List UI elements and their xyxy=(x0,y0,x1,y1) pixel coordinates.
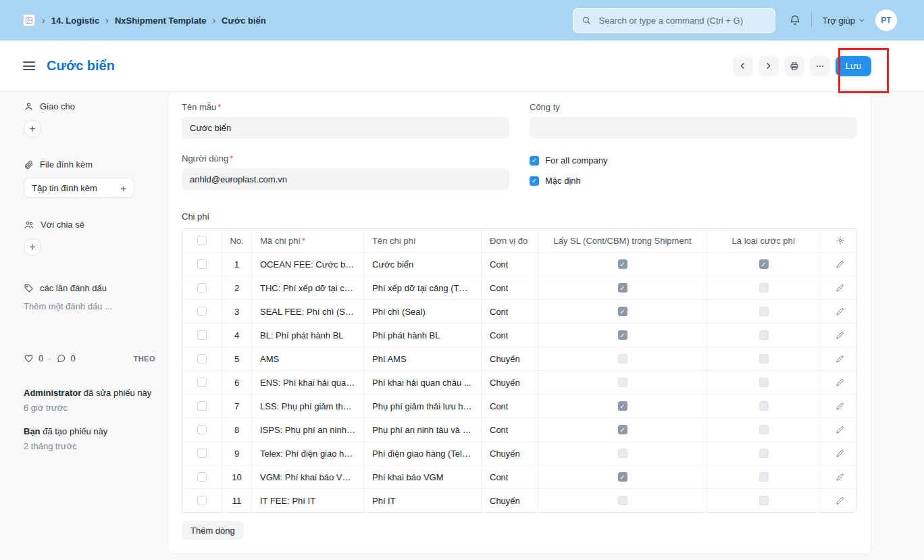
row-qty-shipment-checkbox[interactable] xyxy=(538,324,707,347)
for-all-company-checkbox[interactable]: For all company xyxy=(530,155,857,166)
row-select-checkbox[interactable] xyxy=(182,276,222,299)
row-cost-code[interactable]: THC: Phí xếp dỡ tại cản... xyxy=(251,276,363,299)
row-cost-name[interactable]: Phụ phí an ninh tàu và c... xyxy=(363,418,481,441)
row-cost-name[interactable]: Phí chì (Seal) xyxy=(363,300,481,323)
table-row[interactable]: 8ISPS: Phụ phí an ninh tà...Phụ phí an n… xyxy=(182,417,856,441)
print-button[interactable] xyxy=(784,56,804,76)
follow-toggle[interactable]: THEO xyxy=(133,355,155,363)
table-row[interactable]: 3SEAL FEE: Phí chì (Seal)Phí chì (Seal)C… xyxy=(182,299,856,323)
row-qty-shipment-checkbox[interactable] xyxy=(538,371,707,394)
row-select-checkbox[interactable] xyxy=(182,253,222,276)
row-edit-button[interactable] xyxy=(820,347,857,370)
row-select-checkbox[interactable] xyxy=(182,371,222,394)
template-name-input[interactable] xyxy=(182,117,509,138)
row-select-checkbox[interactable] xyxy=(182,465,222,488)
search-input[interactable] xyxy=(597,15,767,26)
row-cost-code[interactable]: Telex: Phí điện giao hàn... xyxy=(251,442,363,465)
breadcrumb-item-doctype[interactable]: NxShipment Template xyxy=(115,16,207,26)
row-is-freight-checkbox[interactable] xyxy=(707,465,820,488)
row-edit-button[interactable] xyxy=(820,394,857,417)
row-cost-code[interactable]: IT FEE: Phí IT xyxy=(251,489,363,512)
table-row[interactable]: 5AMSPhí AMSChuyến xyxy=(182,347,856,370)
sidebar-toggle-menu-icon[interactable] xyxy=(23,61,35,70)
row-cost-name[interactable]: Phí AMS xyxy=(363,347,481,370)
global-search[interactable] xyxy=(573,8,775,33)
row-cost-name[interactable]: Phí xếp dỡ tại cảng (THC) xyxy=(363,276,481,299)
row-select-checkbox[interactable] xyxy=(182,489,222,512)
row-select-checkbox[interactable] xyxy=(182,347,222,370)
table-row[interactable]: 2THC: Phí xếp dỡ tại cản...Phí xếp dỡ tạ… xyxy=(182,276,856,299)
row-uom[interactable]: Cont xyxy=(481,465,538,488)
row-select-checkbox[interactable] xyxy=(182,394,222,417)
row-is-freight-checkbox[interactable] xyxy=(707,300,820,323)
breadcrumb-item-workspace[interactable]: 14. Logistic xyxy=(51,16,100,26)
row-qty-shipment-checkbox[interactable] xyxy=(538,489,707,512)
row-cost-code[interactable]: LSS: Phụ phí giảm thải l... xyxy=(251,394,363,417)
grid-settings-button[interactable] xyxy=(820,229,857,252)
row-is-freight-checkbox[interactable] xyxy=(707,489,820,512)
table-row[interactable]: 11IT FEE: Phí ITPhí ITChuyến xyxy=(182,488,856,512)
row-edit-button[interactable] xyxy=(820,300,857,323)
default-checkbox[interactable]: Mặc định xyxy=(530,176,857,186)
row-uom[interactable]: Cont xyxy=(481,394,538,417)
row-cost-code[interactable]: SEAL FEE: Phí chì (Seal) xyxy=(251,300,363,323)
row-cost-name[interactable]: Cước biển xyxy=(363,253,481,276)
row-is-freight-checkbox[interactable] xyxy=(707,347,820,370)
row-edit-button[interactable] xyxy=(820,465,857,488)
row-uom[interactable]: Chuyến xyxy=(481,347,538,370)
row-qty-shipment-checkbox[interactable] xyxy=(538,253,707,276)
save-button[interactable]: Lưu xyxy=(836,56,871,76)
row-uom[interactable]: Cont xyxy=(481,418,538,441)
row-select-checkbox[interactable] xyxy=(182,418,222,441)
table-row[interactable]: 6ENS: Phí khai hải quan ...Phí khai hải … xyxy=(182,370,856,394)
notifications-bell-icon[interactable] xyxy=(789,14,801,26)
row-is-freight-checkbox[interactable] xyxy=(707,276,820,299)
row-uom[interactable]: Chuyến xyxy=(481,371,538,394)
comment-icon[interactable] xyxy=(56,353,66,363)
breadcrumb-item-document[interactable]: Cước biển xyxy=(222,16,266,26)
row-qty-shipment-checkbox[interactable] xyxy=(538,418,707,441)
row-is-freight-checkbox[interactable] xyxy=(707,371,820,394)
add-assignment-button[interactable]: + xyxy=(24,120,41,138)
add-row-button[interactable]: Thêm dòng xyxy=(182,521,244,540)
table-row[interactable]: 9Telex: Phí điện giao hàn...Phí điện gia… xyxy=(182,441,856,465)
row-uom[interactable]: Cont xyxy=(481,276,538,299)
row-is-freight-checkbox[interactable] xyxy=(707,394,820,417)
table-row[interactable]: 4BL: Phí phát hành BLPhí phát hành BLCon… xyxy=(182,323,856,347)
row-qty-shipment-checkbox[interactable] xyxy=(538,394,707,417)
row-qty-shipment-checkbox[interactable] xyxy=(538,465,707,488)
row-edit-button[interactable] xyxy=(820,418,857,441)
prev-document-button[interactable] xyxy=(733,56,753,76)
row-qty-shipment-checkbox[interactable] xyxy=(538,347,707,370)
row-qty-shipment-checkbox[interactable] xyxy=(538,300,707,323)
row-cost-name[interactable]: Phí điện giao hàng (Tele... xyxy=(363,442,481,465)
row-cost-code[interactable]: AMS xyxy=(251,347,363,370)
row-cost-name[interactable]: Phụ phí giảm thải lưu hu... xyxy=(363,394,481,417)
attach-file-button[interactable]: Tập tin đính kèm + xyxy=(24,178,134,198)
row-edit-button[interactable] xyxy=(820,276,857,299)
row-cost-code[interactable]: ENS: Phí khai hải quan ... xyxy=(251,371,363,394)
user-input[interactable] xyxy=(182,168,509,190)
table-row[interactable]: 10VGM: Phí khai báo VGMPhí khai báo VGMC… xyxy=(182,465,856,488)
row-cost-code[interactable]: VGM: Phí khai báo VGM xyxy=(251,465,363,488)
next-document-button[interactable] xyxy=(759,56,779,76)
row-cost-name[interactable]: Phí khai báo VGM xyxy=(363,465,481,488)
app-logo[interactable] xyxy=(23,14,35,26)
row-cost-name[interactable]: Phí khai hải quan châu ... xyxy=(363,371,481,394)
row-edit-button[interactable] xyxy=(820,253,857,276)
row-edit-button[interactable] xyxy=(820,371,857,394)
row-uom[interactable]: Cont xyxy=(481,300,538,323)
help-menu[interactable]: Trợ giúp xyxy=(822,16,865,26)
row-is-freight-checkbox[interactable] xyxy=(707,324,820,347)
select-all-checkbox[interactable] xyxy=(182,229,222,252)
row-cost-code[interactable]: BL: Phí phát hành BL xyxy=(251,324,363,347)
row-edit-button[interactable] xyxy=(820,324,857,347)
row-qty-shipment-checkbox[interactable] xyxy=(538,276,707,299)
row-cost-name[interactable]: Phí IT xyxy=(363,489,481,512)
row-qty-shipment-checkbox[interactable] xyxy=(538,442,707,465)
user-avatar[interactable]: PT xyxy=(875,9,897,31)
more-menu-button[interactable] xyxy=(810,56,830,76)
row-select-checkbox[interactable] xyxy=(182,324,222,347)
table-row[interactable]: 1OCEAN FEE: Cước biểnCước biểnCont xyxy=(182,252,856,276)
row-select-checkbox[interactable] xyxy=(182,300,222,323)
